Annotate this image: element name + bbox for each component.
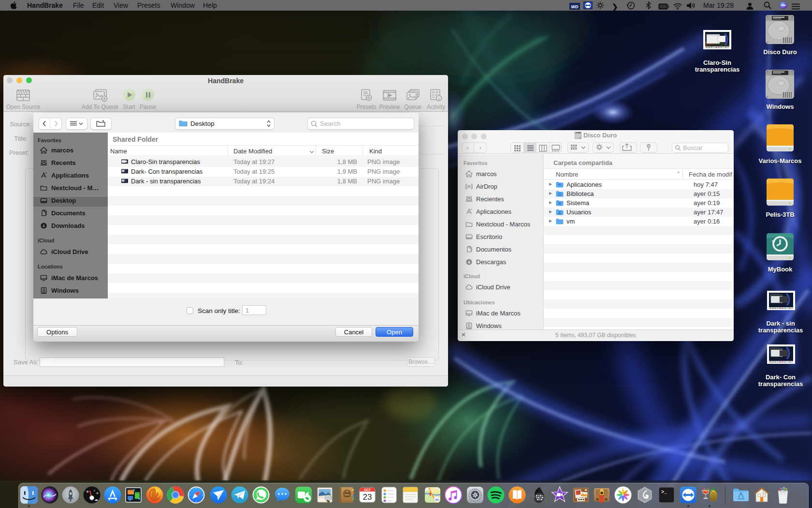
- svg-text:Desktop: Desktop: [190, 120, 215, 127]
- svg-text:☁: ☁: [94, 497, 98, 502]
- svg-text:Search: Search: [320, 120, 341, 127]
- svg-text:23: 23: [363, 493, 372, 502]
- svg-text:♪: ♪: [93, 488, 95, 493]
- svg-text:OCT: OCT: [364, 488, 371, 492]
- svg-text:3D: 3D: [435, 498, 439, 501]
- svg-text:✈: ✈: [86, 490, 89, 494]
- svg-text:WD: WD: [571, 4, 579, 9]
- svg-text:>_: >_: [661, 490, 667, 495]
- svg-text:☀: ☀: [96, 492, 99, 495]
